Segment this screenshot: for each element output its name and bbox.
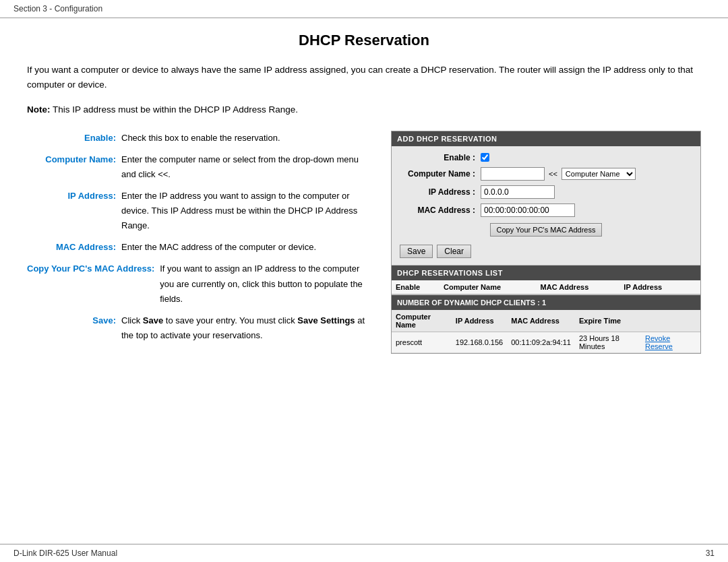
dyn-col-computer: Computer Name: [392, 310, 452, 332]
dynamic-client-row: prescott 192.168.0.156 00:11:09:2a:94:11…: [392, 332, 700, 352]
save-button[interactable]: Save: [400, 245, 433, 258]
add-dhcp-body: Enable : Computer Name : << Computer Nam…: [392, 146, 700, 266]
dyn-col-mac: MAC Address: [507, 310, 575, 332]
bottom-left: D-Link DIR-625 User Manual: [13, 549, 117, 558]
page-title: DHCP Reservation: [27, 32, 701, 49]
dyn-actions: Revoke Reserve: [641, 332, 700, 352]
left-column: Enable: Check this box to enable the res…: [27, 131, 371, 350]
reservations-list-body: Enable Computer Name MAC Address IP Addr…: [392, 280, 700, 295]
copy-mac-button[interactable]: Copy Your PC's MAC Address: [490, 223, 601, 237]
mac-address-form-row: MAC Address :: [400, 204, 692, 217]
dyn-computer-name: prescott: [392, 332, 452, 352]
reservations-list-header: DHCP RESERVATIONS LIST: [392, 266, 700, 280]
save-label-value: Click Save to save your entry. You must …: [121, 313, 371, 343]
dyn-col-actions: [641, 310, 700, 332]
computer-name-row-desc: Computer Name: Enter the computer name o…: [27, 152, 371, 182]
dynamic-clients-body: Computer Name IP Address MAC Address Exp…: [392, 310, 700, 353]
reserve-button[interactable]: Reserve: [645, 342, 673, 350]
clear-button[interactable]: Clear: [437, 245, 471, 258]
ip-address-form-label: IP Address :: [400, 187, 481, 197]
ip-address-label-key: IP Address:: [27, 189, 121, 233]
reservations-table: Enable Computer Name MAC Address IP Addr…: [392, 280, 700, 294]
computer-name-label-value: Enter the computer name or select from t…: [121, 152, 371, 182]
computer-name-form-label: Computer Name :: [400, 169, 481, 179]
res-col-computer: Computer Name: [439, 280, 536, 294]
computer-name-dropdown[interactable]: Computer Name: [562, 168, 636, 180]
dyn-col-expire: Expire Time: [575, 310, 641, 332]
page-number: 31: [706, 549, 715, 558]
ip-address-row-desc: IP Address: Enter the IP address you wan…: [27, 189, 371, 233]
enable-form-row: Enable :: [400, 153, 692, 162]
cc-arrow: <<: [547, 170, 559, 178]
dyn-mac-address: 00:11:09:2a:94:11: [507, 332, 575, 352]
computer-name-input-group: << Computer Name: [481, 167, 636, 181]
ip-address-input[interactable]: [481, 185, 555, 199]
computer-name-label-key: Computer Name:: [27, 152, 121, 182]
save-row-desc: Save: Click Save to save your entry. You…: [27, 313, 371, 343]
copy-mac-label-key: Copy Your PC's MAC Address:: [27, 261, 160, 306]
copy-mac-row-desc: Copy Your PC's MAC Address: If you want …: [27, 261, 371, 306]
mac-address-label-key: MAC Address:: [27, 240, 121, 255]
note-prefix: Note:: [27, 104, 51, 115]
dynamic-clients-table: Computer Name IP Address MAC Address Exp…: [392, 310, 700, 353]
enable-form-label: Enable :: [400, 153, 481, 162]
res-col-enable: Enable: [392, 280, 439, 294]
dynamic-header-row: Computer Name IP Address MAC Address Exp…: [392, 310, 700, 332]
enable-row: Enable: Check this box to enable the res…: [27, 131, 371, 146]
computer-name-form-row: Computer Name : << Computer Name: [400, 167, 692, 181]
mac-address-label-value: Enter the MAC address of the computer or…: [121, 240, 371, 255]
dyn-ip-address: 192.168.0.156: [452, 332, 507, 352]
note-body: This IP address must be within the DHCP …: [51, 104, 298, 115]
two-column-layout: Enable: Check this box to enable the res…: [27, 131, 701, 354]
right-column: ADD DHCP RESERVATION Enable : Computer N…: [391, 131, 701, 354]
res-col-actions: [688, 280, 700, 294]
main-content: DHCP Reservation If you want a computer …: [0, 18, 728, 394]
section-label: Section 3 - Configuration: [13, 4, 102, 13]
note-text: Note: This IP address must be within the…: [27, 102, 701, 117]
save-label-key: Save:: [27, 313, 121, 343]
dhcp-panel: ADD DHCP RESERVATION Enable : Computer N…: [391, 131, 701, 354]
res-col-ip: IP Address: [619, 280, 688, 294]
enable-label-key: Enable:: [27, 131, 121, 146]
bottom-bar: D-Link DIR-625 User Manual 31: [0, 544, 728, 562]
copy-mac-label-value: If you want to assign an IP address to t…: [160, 261, 371, 306]
top-bar: Section 3 - Configuration: [0, 0, 728, 18]
res-col-mac: MAC Address: [537, 280, 620, 294]
ip-address-label-value: Enter the IP address you want to assign …: [121, 189, 371, 233]
copy-mac-row: Copy Your PC's MAC Address: [400, 222, 692, 241]
mac-address-input[interactable]: [481, 204, 575, 217]
intro-text: If you want a computer or device to alwa…: [27, 63, 701, 92]
computer-name-input[interactable]: [481, 167, 545, 181]
mac-address-form-label: MAC Address :: [400, 206, 481, 215]
mac-address-row-desc: MAC Address: Enter the MAC address of th…: [27, 240, 371, 255]
dynamic-clients-header: NUMBER OF DYNAMIC DHCP CLIENTS : 1: [392, 295, 700, 310]
reservations-header-row: Enable Computer Name MAC Address IP Addr…: [392, 280, 700, 294]
enable-checkbox[interactable]: [481, 153, 489, 162]
enable-label-value: Check this box to enable the reservation…: [121, 131, 371, 146]
dyn-col-ip: IP Address: [452, 310, 507, 332]
add-dhcp-header: ADD DHCP RESERVATION: [392, 131, 700, 146]
ip-address-form-row: IP Address :: [400, 185, 692, 199]
save-clear-row: Save Clear: [400, 245, 692, 258]
dyn-expire-time: 23 Hours 18 Minutes: [575, 332, 641, 352]
revoke-button[interactable]: Revoke: [645, 334, 670, 342]
